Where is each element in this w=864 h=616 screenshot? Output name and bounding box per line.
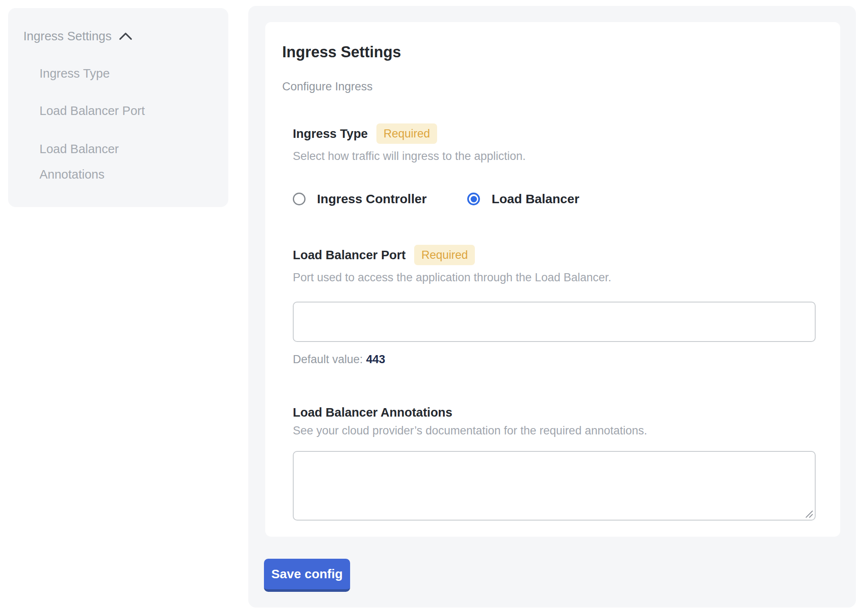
page-subtitle: Configure Ingress (282, 80, 816, 94)
sidebar-item-load-balancer-annotations[interactable]: Load Balancer Annotations (39, 136, 186, 187)
load-balancer-annotations-textarea[interactable] (293, 451, 816, 521)
default-value-note: Default value: 443 (293, 352, 816, 367)
settings-sidebar: Ingress Settings Ingress Type Load Balan… (8, 8, 228, 207)
load-balancer-annotations-label: Load Balancer Annotations (293, 405, 452, 420)
ingress-type-label: Ingress Type (293, 126, 368, 141)
required-badge: Required (376, 123, 438, 144)
load-balancer-port-label: Load Balancer Port (293, 247, 406, 263)
ingress-type-description: Select how traffic will ingress to the a… (293, 149, 816, 163)
save-config-button[interactable]: Save config (264, 559, 350, 592)
radio-option-label[interactable]: Ingress Controller (317, 191, 426, 207)
load-balancer-port-input[interactable] (293, 302, 816, 342)
sidebar-item-ingress-type[interactable]: Ingress Type (39, 66, 186, 81)
required-badge: Required (414, 245, 475, 265)
default-value-label: Default value: (293, 353, 363, 366)
chevron-up-icon (118, 31, 133, 41)
radio-option-1[interactable]: Load Balancer (467, 191, 579, 207)
ingress-type-radio-group: Ingress Controller Load Balancer (293, 191, 816, 207)
annotations-textarea-wrap (293, 451, 816, 521)
sidebar-item-list: Ingress Type Load Balancer Port Load Bal… (39, 66, 186, 187)
load-balancer-port-heading: Load Balancer Port Required (293, 245, 816, 265)
default-value-number: 443 (366, 353, 385, 366)
radio-selected-icon[interactable] (467, 193, 480, 205)
sidebar-section-label: Ingress Settings (23, 28, 112, 44)
sidebar-item-load-balancer-port[interactable]: Load Balancer Port (39, 103, 186, 118)
load-balancer-annotations-heading: Load Balancer Annotations (293, 405, 816, 420)
load-balancer-annotations-description: See your cloud provider’s documentation … (293, 423, 816, 438)
radio-unselected-icon[interactable] (293, 193, 306, 205)
radio-option-label[interactable]: Load Balancer (491, 191, 579, 207)
radio-option-0[interactable]: Ingress Controller (293, 191, 426, 207)
load-balancer-port-description: Port used to access the application thro… (293, 270, 816, 285)
sidebar-section-ingress-settings[interactable]: Ingress Settings (23, 28, 213, 44)
form-sections: Ingress Type Required Select how traffic… (293, 123, 816, 521)
main-panel: Ingress Settings Configure Ingress Ingre… (248, 6, 856, 608)
ingress-type-heading: Ingress Type Required (293, 123, 816, 144)
page-title: Ingress Settings (282, 43, 816, 61)
ingress-settings-card: Ingress Settings Configure Ingress Ingre… (265, 22, 840, 537)
